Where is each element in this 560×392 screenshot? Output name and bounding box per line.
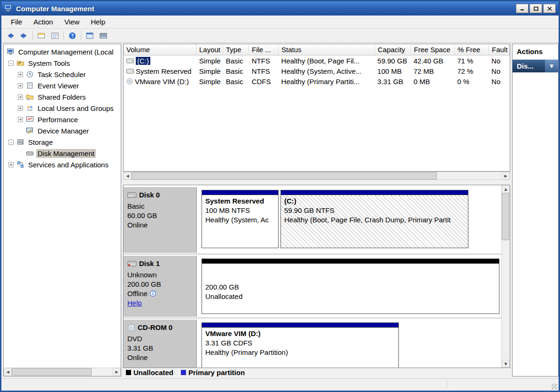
volume-row-system-reserved[interactable]: System Reserved Simple Basic NTFS Health… [124,66,510,76]
status-bar-divider [447,381,447,389]
status-cell: Healthy (System, Active... [279,67,375,75]
disk-management-group-header[interactable]: Dis... ▼ [513,60,558,72]
info-icon[interactable] [150,290,156,297]
capacity-cell: 100 MB [374,67,411,75]
tree-item-computer-management[interactable]: Computer Management (Local [4,46,121,57]
disk1-info[interactable]: Disk 1 Unknown 200.00 GB Offline Help [124,256,197,317]
drive-icon [126,69,134,74]
column-header-layout[interactable]: Layout [196,44,223,55]
column-header-capacity[interactable]: Capacity [375,44,411,55]
actions-panel: Actions Dis... ▼ [512,44,559,376]
scroll-left-icon[interactable]: ◀ [4,368,12,376]
scroll-right-icon[interactable]: ▶ [502,172,510,180]
tree-item-task-scheduler[interactable]: + Task Scheduler [4,69,121,80]
back-icon[interactable] [5,31,16,41]
tree-item-label[interactable]: Device Manager [36,126,90,135]
tree-item-label[interactable]: System Tools [27,59,71,68]
scroll-down-icon[interactable]: ▼ [502,360,510,368]
collapse-icon[interactable]: - [8,140,14,145]
partition-title: (C:) [284,197,465,205]
disk-offline-icon [127,260,137,267]
help-icon[interactable]: ? [67,31,78,41]
tree-item-device-manager[interactable]: Device Manager [4,125,121,136]
tree-item-label[interactable]: Services and Applications [27,160,110,169]
scrollbar-thumb[interactable] [502,193,509,240]
column-header-pct-free[interactable]: % Free [455,44,489,55]
cdrom0-info[interactable]: CD-ROM 0 DVD 3.31 GB Online [124,320,197,368]
help-link[interactable]: Help [127,299,142,307]
list-view-icon[interactable] [50,31,60,41]
tree-item-services-and-applications[interactable]: + Services and Applications [4,159,121,170]
partition-size: 3.31 GB CDFS [205,339,395,347]
title-bar[interactable]: Computer Management [1,1,559,16]
tree-item-label[interactable]: Computer Management (Local [17,47,115,56]
partition-size: 100 MB NTFS [205,206,275,214]
tree-item-label[interactable]: Local Users and Groups [36,104,115,113]
disk0-info[interactable]: Disk 0 Basic 60.00 GB Online [124,187,197,253]
tree-item-label[interactable]: Disk Management [36,149,96,158]
column-header-free-space[interactable]: Free Space [411,44,455,55]
menu-view[interactable]: View [59,16,85,28]
cd-icon [126,78,133,85]
type-cell: Basic [223,67,249,75]
fault-cell: No [489,57,510,65]
minimize-button[interactable] [516,4,529,13]
expand-icon[interactable]: + [18,72,23,77]
disk-pane-vertical-scrollbar[interactable]: ▲ ▼ [501,185,510,368]
pct-free-cell: 72 % [454,67,489,75]
expand-icon[interactable]: + [18,106,23,111]
tree-item-system-tools[interactable]: - System Tools [4,57,121,69]
scroll-up-icon[interactable]: ▲ [502,185,510,193]
column-header-type[interactable]: Type [223,44,249,55]
tree-item-local-users-and-groups[interactable]: + Local Users and Groups [4,102,121,114]
partition-system-reserved[interactable]: System Reserved 100 MB NTFS Healthy (Sys… [202,190,279,248]
partition-color-bar [202,259,499,264]
menu-file[interactable]: File [5,16,28,28]
close-button[interactable] [543,4,556,13]
tree-item-label[interactable]: Event Viewer [36,81,80,90]
file-system-cell: NTFS [249,57,279,65]
forward-icon[interactable] [19,31,29,41]
partition-vmware-vim[interactable]: VMware VIM (D:) 3.31 GB CDFS Healthy (Pr… [202,322,399,368]
tree-item-label[interactable]: Storage [27,138,54,147]
primary-partition-color-swatch [181,370,186,375]
window-pane-icon[interactable] [85,31,95,41]
expand-icon[interactable]: + [8,162,14,167]
menu-help[interactable]: Help [85,16,111,28]
volume-row-c[interactable]: (C:) Simple Basic NTFS Healthy (Boot, Pa… [124,55,510,66]
volume-row-vmware-vim[interactable]: VMware VIM (D:) Simple Basic CDFS Health… [124,76,510,86]
collapse-icon[interactable]: - [8,61,14,66]
expand-icon[interactable]: + [18,94,23,100]
expand-icon[interactable]: + [18,117,23,122]
tree-item-label[interactable]: Shared Folders [36,93,87,102]
menu-action[interactable]: Action [28,16,59,28]
tree-item-label[interactable]: Performance [36,115,79,124]
chevron-down-icon[interactable]: ▼ [545,60,558,72]
disk-view-icon[interactable] [98,31,109,41]
scroll-right-icon[interactable]: ▶ [113,368,121,376]
expand-icon[interactable]: + [18,83,23,88]
tree-horizontal-scrollbar[interactable]: ◀ ▶ [4,368,121,376]
cd-drive-icon [127,324,135,331]
column-header-status[interactable]: Status [279,44,375,55]
tree-item-performance[interactable]: + Performance [4,114,121,125]
tree-item-label[interactable]: Task Scheduler [36,70,87,79]
maximize-button[interactable] [529,4,542,13]
column-header-fault-tolerance[interactable]: Fault [489,44,510,55]
scrollbar-thumb[interactable] [12,368,92,376]
column-header-volume[interactable]: Volume [124,44,196,55]
partition-unallocated[interactable]: 200.00 GB Unallocated [202,259,499,314]
tree-item-disk-management[interactable]: Disk Management [4,148,121,159]
app-icon [4,4,13,14]
scrollbar-thumb[interactable] [132,172,437,180]
tree-item-storage[interactable]: - Storage [4,136,121,148]
tree-item-event-viewer[interactable]: + Event Viewer [4,80,121,91]
tree-item-shared-folders[interactable]: + Shared Folders [4,91,121,102]
disk-icon [127,192,137,198]
volume-list-horizontal-scrollbar[interactable]: ◀ ▶ [123,172,510,180]
partition-c[interactable]: (C:) 59.90 GB NTFS Healthy (Boot, Page F… [280,190,468,248]
console-window-icon[interactable] [36,31,47,41]
scroll-left-icon[interactable]: ◀ [124,172,132,180]
column-header-file-system[interactable]: File ... [249,44,279,55]
resize-grip[interactable] [552,384,557,389]
